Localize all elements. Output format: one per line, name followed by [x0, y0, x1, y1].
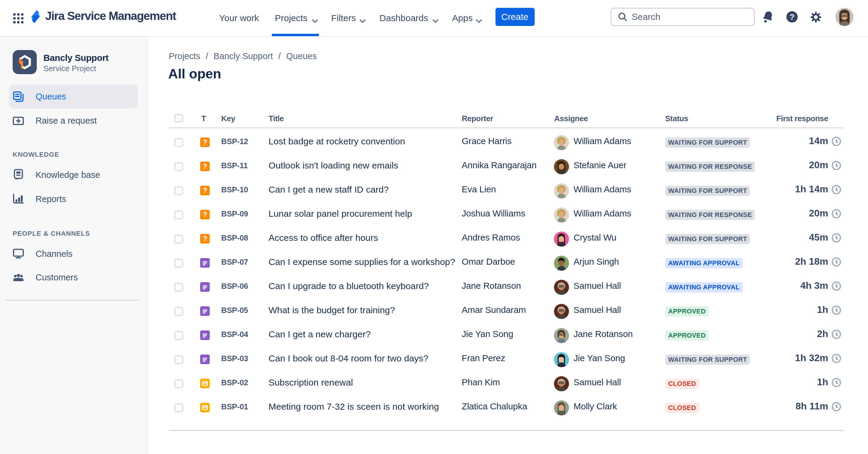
svg-text:?: ? [203, 211, 207, 218]
svg-text:?: ? [203, 162, 207, 170]
svg-text:?: ? [203, 235, 207, 243]
svg-text:?: ? [203, 139, 207, 146]
svg-text:?: ? [789, 13, 795, 22]
svg-text:?: ? [203, 187, 207, 194]
